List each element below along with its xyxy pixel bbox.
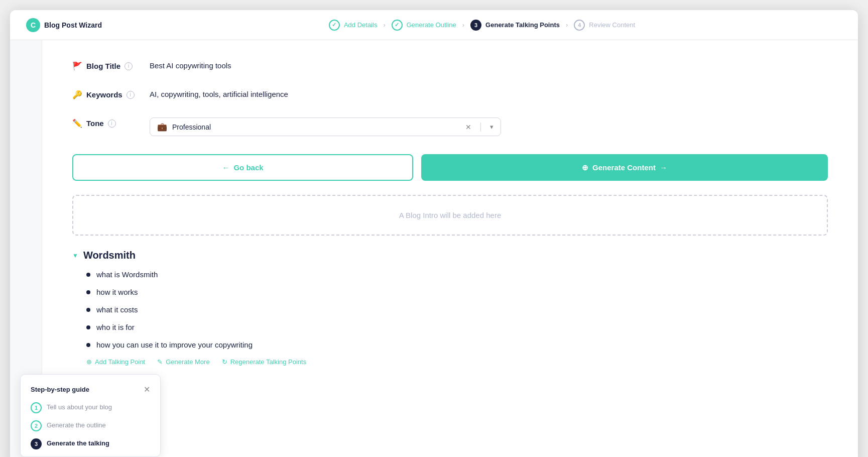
- tone-info-icon[interactable]: i: [108, 120, 116, 128]
- keywords-row: 🔑 Keywords i AI, copywriting, tools, art…: [72, 89, 828, 99]
- guide-panel: Step-by-step guide ✕ 1 Tell us about you…: [20, 374, 161, 457]
- arrow-3: ›: [566, 21, 568, 29]
- step-2-label: Generate Outline: [407, 21, 456, 29]
- blog-title-label: Blog Title: [86, 62, 120, 70]
- guide-step-2-num: 2: [31, 420, 42, 431]
- blog-title-info-icon[interactable]: i: [125, 62, 133, 70]
- add-talking-point-button[interactable]: ⊕ Add Talking Point: [86, 358, 145, 366]
- guide-step-1: 1 Tell us about your blog: [31, 402, 150, 413]
- section-title: Wordsmith: [83, 250, 136, 261]
- keywords-info-icon[interactable]: i: [127, 91, 135, 99]
- talking-point-4-text: who it is for: [96, 323, 135, 331]
- logo-icon: C: [26, 18, 40, 32]
- generate-more-icon: ✎: [157, 358, 163, 366]
- talking-point-1-text: what is Wordsmith: [96, 270, 158, 279]
- keywords-label: Keywords: [86, 90, 122, 99]
- tone-icon: ✏️: [72, 119, 82, 128]
- add-talking-point-icon: ⊕: [86, 358, 92, 366]
- guide-step-3-label: Generate the talking: [47, 438, 109, 447]
- guide-steps: 1 Tell us about your blog 2 Generate the…: [31, 402, 150, 449]
- talking-point-2-text: how it works: [96, 288, 138, 296]
- generate-content-arrow-icon: →: [660, 163, 667, 172]
- blog-title-value: Best AI copywriting tools: [150, 60, 828, 70]
- go-back-button[interactable]: ← Go back: [72, 154, 413, 181]
- talking-point-3-text: what it costs: [96, 305, 138, 314]
- blog-intro-placeholder-text: A Blog Intro will be added here: [399, 211, 501, 219]
- step-4-icon: 4: [574, 20, 585, 31]
- wizard-title: Blog Post Wizard: [44, 21, 102, 29]
- step-1: ✓ Add Details: [329, 20, 377, 31]
- go-back-arrow-icon: ←: [222, 163, 229, 172]
- button-row: ← Go back ⊕ Generate Content →: [72, 154, 828, 181]
- talking-points-list: what is Wordsmith how it works what it c…: [86, 270, 828, 349]
- step-3-label: Generate Talking Points: [485, 21, 560, 29]
- wizard-logo: C Blog Post Wizard: [26, 18, 102, 32]
- guide-step-1-num: 1: [31, 402, 42, 413]
- bullet-dot-4: [86, 325, 90, 329]
- step-2: ✓ Generate Outline: [392, 20, 456, 31]
- step-1-label: Add Details: [344, 21, 377, 29]
- guide-step-2: 2 Generate the outline: [31, 420, 150, 431]
- generate-content-button[interactable]: ⊕ Generate Content →: [421, 154, 828, 181]
- regenerate-talking-points-label: Regenerate Talking Points: [230, 358, 307, 366]
- tone-emoji: 💼: [157, 122, 167, 132]
- generate-content-icon: ⊕: [582, 163, 588, 172]
- step-3: 3 Generate Talking Points: [470, 20, 560, 31]
- section-action-row: ⊕ Add Talking Point ✎ Generate More ↻ Re…: [86, 358, 828, 366]
- keywords-label-group: 🔑 Keywords i: [72, 89, 138, 99]
- guide-header: Step-by-step guide ✕: [31, 385, 150, 394]
- add-talking-point-label: Add Talking Point: [95, 358, 145, 366]
- talking-point-5: how you can use it to improve your copyw…: [86, 340, 828, 349]
- generate-more-label: Generate More: [166, 358, 209, 366]
- talking-point-2: how it works: [86, 288, 828, 296]
- guide-close-icon[interactable]: ✕: [144, 385, 150, 394]
- bullet-dot-1: [86, 273, 90, 277]
- tone-divider: [480, 123, 481, 132]
- guide-step-2-label: Generate the outline: [47, 420, 106, 429]
- tone-text: Professional: [172, 123, 460, 131]
- arrow-1: ›: [383, 21, 385, 29]
- blog-intro-placeholder: A Blog Intro will be added here: [72, 195, 828, 236]
- keywords-icon: 🔑: [72, 90, 82, 99]
- talking-point-5-text: how you can use it to improve your copyw…: [96, 340, 253, 349]
- tone-label: Tone: [86, 119, 104, 128]
- tone-clear-icon[interactable]: ✕: [465, 123, 471, 131]
- talking-point-4: who it is for: [86, 323, 828, 331]
- talking-point-3: what it costs: [86, 305, 828, 314]
- talking-point-1: what is Wordsmith: [86, 270, 828, 279]
- section-collapse-icon[interactable]: ▼: [72, 252, 78, 259]
- blog-title-row: 🚩 Blog Title i Best AI copywriting tools: [72, 60, 828, 71]
- bullet-dot-5: [86, 343, 90, 347]
- generate-more-button[interactable]: ✎ Generate More: [157, 358, 209, 366]
- section-header: ▼ Wordsmith: [72, 250, 828, 261]
- tone-label-group: ✏️ Tone i: [72, 118, 138, 128]
- main-content: 🚩 Blog Title i Best AI copywriting tools…: [10, 40, 858, 457]
- regenerate-talking-points-button[interactable]: ↻ Regenerate Talking Points: [222, 358, 307, 366]
- app-window: C Blog Post Wizard ✓ Add Details › ✓ Gen…: [10, 10, 858, 457]
- blog-title-label-group: 🚩 Blog Title i: [72, 60, 138, 71]
- wizard-header: C Blog Post Wizard ✓ Add Details › ✓ Gen…: [10, 10, 858, 40]
- wizard-steps: ✓ Add Details › ✓ Generate Outline › 3 G…: [122, 20, 842, 31]
- tone-row: ✏️ Tone i 💼 Professional ✕ ▾: [72, 118, 828, 136]
- step-3-icon: 3: [470, 20, 481, 31]
- arrow-2: ›: [462, 21, 464, 29]
- guide-step-1-label: Tell us about your blog: [47, 402, 112, 411]
- step-4: 4 Review Content: [574, 20, 635, 31]
- guide-title: Step-by-step guide: [31, 386, 89, 393]
- tone-dropdown[interactable]: 💼 Professional ✕ ▾: [150, 118, 501, 136]
- content-area: 🚩 Blog Title i Best AI copywriting tools…: [42, 40, 858, 457]
- guide-step-3-num: 3: [31, 438, 42, 449]
- bullet-dot-2: [86, 290, 90, 294]
- guide-step-3: 3 Generate the talking: [31, 438, 150, 449]
- step-1-icon: ✓: [329, 20, 340, 31]
- regenerate-icon: ↻: [222, 358, 227, 366]
- generate-content-label: Generate Content: [592, 163, 656, 172]
- bullet-dot-3: [86, 308, 90, 312]
- tone-chevron-icon[interactable]: ▾: [490, 123, 493, 131]
- blog-title-icon: 🚩: [72, 61, 82, 71]
- step-2-icon: ✓: [392, 20, 403, 31]
- step-4-label: Review Content: [589, 21, 635, 29]
- keywords-value: AI, copywriting, tools, artificial intel…: [150, 89, 828, 98]
- go-back-label: Go back: [233, 163, 263, 172]
